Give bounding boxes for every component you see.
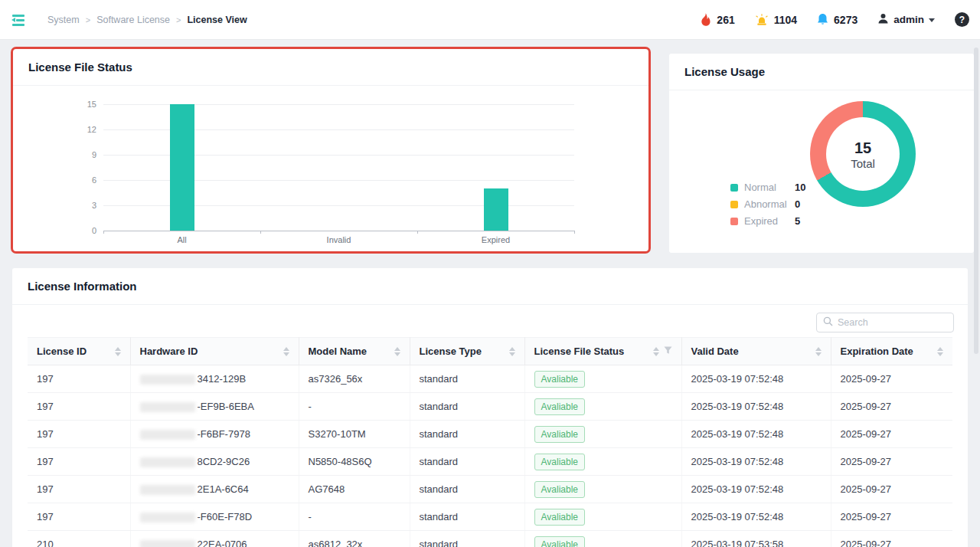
license-file-status-card: License File Status 03691215AllInvalidEx… [11, 47, 651, 254]
cell-valid-date: 2025-03-19 07:52:48 [681, 476, 831, 503]
redacted-area [140, 485, 195, 495]
legend-swatch [730, 218, 738, 225]
breadcrumb-software-license[interactable]: Software License [96, 15, 170, 25]
cell-license-file-status: Avaliable [524, 365, 681, 393]
breadcrumb-separator: > [176, 15, 181, 25]
cell-expiration-date: 2025-09-27 [831, 393, 952, 421]
column-header-license-id[interactable]: License ID [28, 338, 130, 365]
donut-center: 15 Total [826, 117, 900, 191]
vertical-scrollbar[interactable] [974, 47, 978, 354]
help-button[interactable]: ? [955, 12, 969, 27]
column-label: License File Status [534, 346, 625, 357]
cell-valid-date: 2025-03-19 07:52:48 [681, 393, 831, 421]
column-header-hardware-id[interactable]: Hardware ID [130, 338, 299, 365]
cell-model-name: S3270-10TM [299, 421, 410, 448]
sort-icon[interactable] [815, 347, 822, 356]
cell-license-id: 197 [28, 476, 130, 503]
cell-license-file-status: Avaliable [524, 421, 681, 448]
license-table: License IDHardware IDModel NameLicense T… [28, 337, 952, 547]
cell-license-type: standard [410, 476, 524, 503]
status-badge: Avaliable [534, 536, 585, 547]
column-label: License ID [37, 346, 87, 357]
y-tick-label: 3 [92, 201, 96, 210]
legend-item-abnormal[interactable]: Abnormal0 [730, 198, 805, 210]
donut-total-label: Total [851, 157, 875, 170]
status-badge: Avaliable [534, 509, 585, 526]
cell-expiration-date: 2025-09-27 [831, 531, 952, 547]
cell-license-file-status: Avaliable [524, 448, 681, 476]
column-header-license-file-status[interactable]: License File Status [524, 338, 681, 365]
cell-license-file-status: Avaliable [524, 393, 681, 421]
breadcrumb-system[interactable]: System [47, 15, 80, 25]
cell-hardware-id: 22EA-0706 [130, 531, 299, 547]
cell-hardware-id: 2E1A-6C64 [130, 476, 299, 503]
sort-icon[interactable] [509, 347, 515, 356]
license-usage-card: License Usage Normal10Abnormal0Expired5 … [669, 54, 974, 253]
table-row: 197-EF9B-6EBA-standardAvaliable2025-03-1… [28, 393, 952, 421]
status-badge: Avaliable [534, 454, 585, 470]
breadcrumb-separator: > [86, 15, 90, 25]
legend-swatch [730, 201, 738, 208]
redacted-area [140, 402, 195, 412]
license-information-title: License Information [12, 268, 968, 305]
donut-total-value: 15 [854, 139, 871, 157]
redacted-area [140, 457, 195, 467]
cell-hardware-id: 3412-129B [130, 365, 299, 393]
sort-icon[interactable] [394, 347, 400, 356]
cell-hardware-id: -F60E-F78D [130, 503, 299, 531]
cell-license-id: 197 [28, 421, 130, 448]
redacted-area [140, 375, 195, 385]
filter-icon[interactable] [664, 346, 672, 357]
column-header-valid-date[interactable]: Valid Date [681, 338, 831, 365]
legend-item-normal[interactable]: Normal10 [730, 182, 805, 193]
menu-fold-icon[interactable] [11, 14, 26, 26]
redacted-area [140, 540, 195, 547]
status-badge: Avaliable [534, 371, 585, 388]
sort-icon[interactable] [115, 347, 121, 356]
critical-alerts-counter[interactable]: 261 [700, 13, 734, 26]
cell-expiration-date: 2025-09-27 [831, 365, 952, 393]
table-row: 197-F60E-F78D-standardAvaliable2025-03-1… [28, 503, 952, 531]
sort-icon[interactable] [283, 347, 289, 356]
search-icon [823, 316, 833, 329]
license-usage-donut-chart: 15 Total [810, 101, 916, 207]
cell-valid-date: 2025-03-19 07:52:48 [681, 365, 831, 393]
sort-icon[interactable] [937, 347, 943, 356]
legend-label: Abnormal [744, 198, 795, 210]
cell-expiration-date: 2025-09-27 [831, 503, 952, 531]
column-header-model-name[interactable]: Model Name [299, 338, 410, 365]
column-label: Valid Date [691, 346, 739, 357]
cell-license-id: 197 [28, 393, 130, 421]
critical-alerts-count: 261 [717, 14, 734, 26]
cell-expiration-date: 2025-09-27 [831, 476, 952, 503]
warning-alerts-counter[interactable]: 1104 [755, 14, 797, 26]
cell-expiration-date: 2025-09-27 [831, 448, 952, 476]
column-header-expiration-date[interactable]: Expiration Date [831, 338, 952, 365]
bar-expired[interactable] [484, 188, 508, 231]
username: admin [893, 14, 924, 25]
chevron-down-icon [929, 18, 935, 22]
redacted-area [140, 513, 195, 522]
legend-value: 0 [795, 198, 800, 210]
column-label: License Type [420, 346, 482, 357]
sort-icon[interactable] [653, 347, 659, 356]
search-box[interactable] [816, 313, 954, 332]
license-usage-title: License Usage [669, 54, 974, 90]
license-file-status-title: License File Status [13, 49, 648, 86]
bell-icon [817, 13, 828, 26]
cell-license-type: standard [410, 365, 524, 393]
user-menu[interactable]: admin [877, 13, 935, 27]
search-input[interactable] [838, 317, 947, 328]
table-row: 197-F6BF-7978S3270-10TMstandardAvaliable… [28, 421, 952, 448]
x-axis-tick [574, 231, 575, 234]
status-badge: Avaliable [534, 426, 585, 443]
notification-counter[interactable]: 6273 [817, 13, 858, 26]
cell-license-file-status: Avaliable [524, 503, 681, 531]
notification-count: 6273 [834, 14, 858, 26]
column-header-license-type[interactable]: License Type [410, 338, 524, 365]
bar-all[interactable] [170, 104, 194, 231]
column-label: Hardware ID [140, 346, 198, 357]
table-row: 21022EA-0706as6812_32xstandardAvaliable2… [28, 531, 952, 547]
cell-valid-date: 2025-03-19 07:52:48 [681, 503, 831, 531]
legend-item-expired[interactable]: Expired5 [730, 215, 805, 227]
